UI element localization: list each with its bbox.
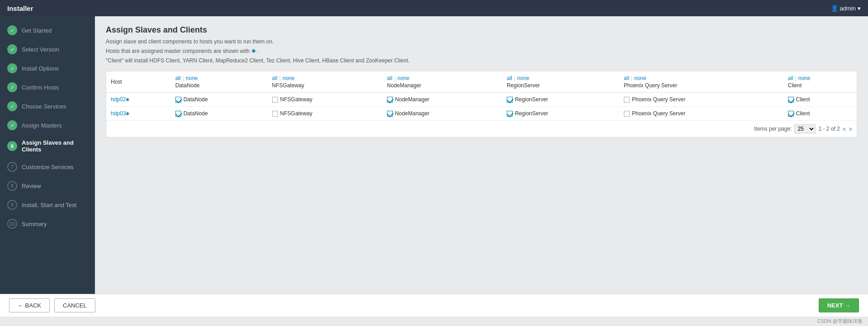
page-title: Assign Slaves and Clients <box>106 25 857 35</box>
sidebar-label-get-started: Get Started <box>22 27 52 34</box>
assignments-table: Hostall|noneDataNodeall|noneNFSGatewayal… <box>106 71 857 120</box>
checkbox-label-datanode-hdp02[interactable]: DataNode <box>175 96 263 103</box>
checkbox-label-nfsgateway-hdp03[interactable]: NFSGateway <box>272 110 378 117</box>
checkbox-regionserver-hdp02[interactable] <box>507 97 513 103</box>
checkbox-regionserver-hdp03[interactable] <box>507 111 513 117</box>
checkbox-label-nodemanager-hdp03[interactable]: NodeManager <box>387 110 498 117</box>
checkbox-datanode-hdp02[interactable] <box>175 97 181 103</box>
page-desc-1: Assign slave and client components to ho… <box>106 38 857 46</box>
col-all-nfsgateway[interactable]: all <box>272 75 278 81</box>
cell-nfsgateway-hdp03: NFSGateway <box>268 107 382 121</box>
col-header-datanode: all|noneDataNode <box>171 71 268 93</box>
checkbox-nodemanager-hdp02[interactable] <box>387 97 393 103</box>
col-header-regionserver: all|noneRegionServer <box>502 71 619 93</box>
host-link-hdp02[interactable]: hdp02 <box>111 96 126 103</box>
chevron-down-icon: ▾ <box>858 5 861 12</box>
step-circle-summary: 10 <box>7 219 17 229</box>
col-all-nodemanager[interactable]: all <box>387 75 392 81</box>
col-all-client[interactable]: all <box>788 75 793 81</box>
prev-page-button[interactable]: < <box>843 126 846 132</box>
checkbox-label-phoenix-hdp03[interactable]: Phoenix Query Server <box>624 110 779 117</box>
host-cell-hdp03: hdp03✱ <box>106 107 171 121</box>
step-circle-confirm-hosts: ✓ <box>7 82 17 92</box>
sidebar-label-assign-slaves: Assign Slaves and Clients <box>22 139 88 153</box>
watermark: CSDN @芋圆味洋葱 <box>0 317 868 326</box>
checkbox-datanode-hdp03[interactable] <box>175 111 181 117</box>
checkbox-label-client-hdp03[interactable]: Client <box>788 110 852 117</box>
table-row: hdp02✱DataNodeNFSGatewayNodeManagerRegio… <box>106 93 857 107</box>
sidebar-label-choose-services: Choose Services <box>22 103 66 110</box>
content-inner: Assign Slaves and Clients Assign slave a… <box>95 16 868 294</box>
col-header-host: Host <box>106 71 171 93</box>
sidebar-item-confirm-hosts[interactable]: ✓Confirm Hosts <box>0 78 95 97</box>
cell-client-hdp03: Client <box>783 107 857 121</box>
col-all-datanode[interactable]: all <box>175 75 181 81</box>
sidebar-item-choose-services[interactable]: ✓Choose Services <box>0 97 95 116</box>
step-circle-review: 8 <box>7 181 17 191</box>
page-desc-3: "Client" will install HDFS Client, YARN … <box>106 57 857 65</box>
checkbox-label-regionserver-hdp02[interactable]: RegionServer <box>507 96 615 103</box>
cell-nodemanager-hdp03: NodeManager <box>382 107 502 121</box>
step-circle-assign-slaves: 6 <box>7 141 17 151</box>
user-menu[interactable]: 👤 admin ▾ <box>831 5 861 12</box>
sidebar-label-summary: Summary <box>22 221 47 227</box>
star-icon: ✱ <box>251 48 256 54</box>
checkbox-label-phoenix-hdp02[interactable]: Phoenix Query Server <box>624 96 779 103</box>
checkbox-label-nfsgateway-hdp02[interactable]: NFSGateway <box>272 96 378 103</box>
table-row: hdp03✱DataNodeNFSGatewayNodeManagerRegio… <box>106 107 857 121</box>
col-all-phoenix[interactable]: all <box>624 75 629 81</box>
sidebar-item-get-started[interactable]: ✓Get Started <box>0 21 95 40</box>
checkbox-label-regionserver-hdp03[interactable]: RegionServer <box>507 110 615 117</box>
sidebar-item-summary[interactable]: 10Summary <box>0 214 95 233</box>
col-none-phoenix[interactable]: none <box>634 75 646 81</box>
sidebar-label-assign-masters: Assign Masters <box>22 122 62 129</box>
col-none-nfsgateway[interactable]: none <box>283 75 295 81</box>
items-per-page-select[interactable]: 25 50 100 <box>794 124 816 133</box>
sidebar-item-select-version[interactable]: ✓Select Version <box>0 40 95 59</box>
cell-datanode-hdp03: DataNode <box>171 107 268 121</box>
sidebar-item-customize-services[interactable]: 7Customize Services <box>0 157 95 176</box>
checkbox-client-hdp03[interactable] <box>788 111 794 117</box>
sidebar-label-customize-services: Customize Services <box>22 164 74 170</box>
checkbox-client-hdp02[interactable] <box>788 97 794 103</box>
sidebar-item-assign-slaves[interactable]: 6Assign Slaves and Clients <box>0 135 95 157</box>
step-circle-get-started: ✓ <box>7 25 17 35</box>
topbar: Installer 👤 admin ▾ <box>0 0 868 16</box>
col-none-nodemanager[interactable]: none <box>397 75 410 81</box>
next-page-button[interactable]: > <box>849 126 852 132</box>
pagination-range: 1 - 2 of 2 <box>818 126 840 132</box>
col-none-client[interactable]: none <box>798 75 811 81</box>
checkbox-phoenix-hdp02[interactable] <box>624 97 630 103</box>
back-button[interactable]: ← BACK <box>9 298 50 312</box>
sidebar-item-review[interactable]: 8Review <box>0 176 95 195</box>
checkbox-label-client-hdp02[interactable]: Client <box>788 96 852 103</box>
cell-nodemanager-hdp02: NodeManager <box>382 93 502 107</box>
checkbox-nfsgateway-hdp03[interactable] <box>272 111 278 117</box>
main-layout: ✓Get Started✓Select Version✓Install Opti… <box>0 16 868 294</box>
sidebar-item-assign-masters[interactable]: ✓Assign Masters <box>0 116 95 135</box>
sidebar-item-install-start-test[interactable]: 9Install, Start and Test <box>0 195 95 214</box>
host-star-icon: ✱ <box>126 111 129 116</box>
step-circle-assign-masters: ✓ <box>7 120 17 130</box>
checkbox-label-datanode-hdp03[interactable]: DataNode <box>175 110 263 117</box>
col-none-regionserver[interactable]: none <box>517 75 529 81</box>
cancel-button[interactable]: CANCEL <box>54 298 95 312</box>
checkbox-label-nodemanager-hdp02[interactable]: NodeManager <box>387 96 498 103</box>
user-icon: 👤 <box>831 5 838 12</box>
next-button[interactable]: NEXT → <box>819 298 859 312</box>
host-link-hdp03[interactable]: hdp03 <box>111 110 126 117</box>
col-all-regionserver[interactable]: all <box>507 75 512 81</box>
checkbox-nfsgateway-hdp02[interactable] <box>272 97 278 103</box>
sidebar-label-confirm-hosts: Confirm Hosts <box>22 84 59 91</box>
col-header-client: all|noneClient <box>783 71 857 93</box>
col-header-nfsgateway: all|noneNFSGateway <box>268 71 382 93</box>
pagination-row: Items per page: 25 50 100 1 - 2 of 2 < > <box>106 120 857 137</box>
sidebar-item-install-options[interactable]: ✓Install Options <box>0 59 95 78</box>
sidebar-label-select-version: Select Version <box>22 46 59 53</box>
sidebar-label-install-options: Install Options <box>22 65 59 72</box>
footer-left: ← BACK CANCEL <box>9 298 95 312</box>
cell-regionserver-hdp02: RegionServer <box>502 93 619 107</box>
col-none-datanode[interactable]: none <box>186 75 198 81</box>
checkbox-nodemanager-hdp03[interactable] <box>387 111 393 117</box>
checkbox-phoenix-hdp03[interactable] <box>624 111 630 117</box>
